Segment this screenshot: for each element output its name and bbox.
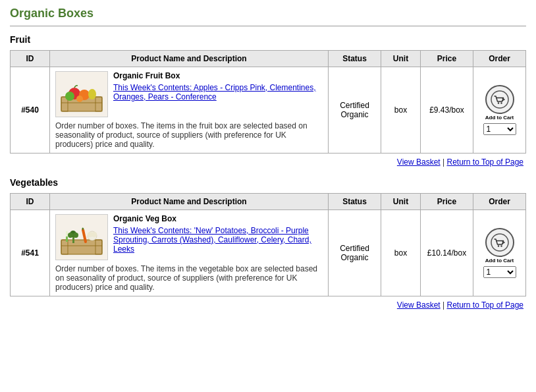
fruit-qty-select[interactable]: 1 2 3 4 5 — [483, 123, 516, 135]
table-row: #540 — [11, 67, 526, 154]
svg-point-19 — [73, 233, 78, 238]
fruit-add-to-cart-label: Add to Cart — [485, 115, 514, 121]
col-order-fruit: Order — [473, 51, 526, 67]
svg-point-27 — [500, 245, 502, 246]
fruit-return-top-link[interactable]: Return to Top of Page — [446, 157, 523, 167]
fruit-unit: box — [381, 67, 421, 154]
veg-product-name: Organic Veg Box — [113, 214, 323, 223]
col-status-veg: Status — [329, 194, 381, 210]
col-price-fruit: Price — [421, 51, 473, 67]
veg-unit: box — [381, 210, 421, 296]
fruit-product-cell: Organic Fruit Box This Week's Contents: … — [50, 67, 329, 154]
veg-row-id: #541 — [11, 210, 50, 296]
fruit-add-to-cart-button[interactable]: Add to Cart — [485, 85, 514, 121]
fruit-footer: View Basket | Return to Top of Page — [10, 157, 526, 167]
svg-point-8 — [76, 96, 83, 102]
veg-footer: View Basket | Return to Top of Page — [10, 300, 526, 310]
fruit-product-desc: Order number of boxes. The items in the … — [55, 121, 323, 149]
veg-product-image — [55, 214, 108, 260]
veg-price: £10.14/box — [421, 210, 473, 296]
page-title: Organic Boxes — [10, 7, 526, 20]
svg-point-11 — [500, 102, 502, 103]
veg-product-link[interactable]: This Week's Contents: 'New' Potatoes, Br… — [113, 226, 311, 254]
col-id-veg: ID — [11, 194, 50, 210]
fruit-row-id: #540 — [11, 67, 50, 154]
svg-point-25 — [491, 234, 508, 251]
fruit-order-cell: Add to Cart 1 2 3 4 5 — [473, 67, 526, 154]
vegetables-section-title: Vegetables — [10, 177, 526, 188]
svg-rect-16 — [72, 237, 74, 243]
svg-point-7 — [88, 89, 96, 99]
svg-point-9 — [491, 91, 508, 108]
fruit-price: £9.43/box — [421, 67, 473, 154]
veg-qty-select[interactable]: 1 2 3 4 5 — [483, 266, 516, 278]
veg-cart-svg-icon — [491, 233, 509, 252]
col-price-veg: Price — [421, 194, 473, 210]
veg-product-desc: Order number of boxes. The items in the … — [55, 264, 323, 292]
fruit-status: Certified Organic — [329, 67, 381, 154]
col-id-fruit: ID — [11, 51, 50, 67]
svg-rect-12 — [61, 240, 102, 254]
svg-rect-24 — [66, 231, 68, 237]
veg-product-inner: Organic Veg Box This Week's Contents: 'N… — [55, 214, 323, 260]
veg-table: ID Product Name and Description Status U… — [10, 193, 526, 296]
veg-return-top-link[interactable]: Return to Top of Page — [446, 300, 523, 310]
col-product-veg: Product Name and Description — [50, 194, 329, 210]
fruit-product-info: Organic Fruit Box This Week's Contents: … — [113, 71, 323, 101]
veg-cart-icon — [485, 228, 514, 257]
fruit-box-svg — [58, 74, 105, 115]
col-order-veg: Order — [473, 194, 526, 210]
fruit-product-image — [55, 71, 108, 117]
svg-point-6 — [65, 92, 74, 101]
veg-order-cell: Add to Cart 1 2 3 4 5 — [473, 210, 526, 296]
fruit-qty-wrapper: 1 2 3 4 5 — [479, 121, 520, 135]
veg-add-to-cart-label: Add to Cart — [485, 258, 514, 264]
col-unit-fruit: Unit — [381, 51, 421, 67]
title-divider — [10, 26, 526, 26]
svg-point-10 — [497, 102, 498, 103]
veg-add-to-cart-button[interactable]: Add to Cart — [485, 228, 514, 264]
veg-view-basket-link[interactable]: View Basket — [397, 300, 441, 310]
fruit-view-basket-link[interactable]: View Basket — [397, 157, 441, 167]
veg-product-cell: Organic Veg Box This Week's Contents: 'N… — [50, 210, 329, 296]
fruit-section-title: Fruit — [10, 34, 526, 45]
fruit-table: ID Product Name and Description Status U… — [10, 50, 526, 154]
svg-point-18 — [68, 233, 73, 238]
fruit-product-name: Organic Fruit Box — [113, 71, 323, 80]
fruit-cart-icon — [485, 85, 514, 114]
fruit-section: Fruit ID Product Name and Description St… — [10, 34, 526, 167]
col-product-fruit: Product Name and Description — [50, 51, 329, 67]
vegetables-section: Vegetables ID Product Name and Descripti… — [10, 177, 526, 310]
veg-product-info: Organic Veg Box This Week's Contents: 'N… — [113, 214, 323, 254]
col-unit-veg: Unit — [381, 194, 421, 210]
svg-point-26 — [497, 245, 498, 246]
veg-qty-wrapper: 1 2 3 4 5 — [479, 264, 520, 278]
fruit-product-inner: Organic Fruit Box This Week's Contents: … — [55, 71, 323, 117]
table-row: #541 — [11, 210, 526, 296]
col-status-fruit: Status — [329, 51, 381, 67]
fruit-product-link[interactable]: This Week's Contents: Apples - Cripps Pi… — [113, 83, 316, 101]
fruit-cart-svg-icon — [491, 90, 509, 109]
veg-box-svg — [58, 217, 105, 258]
svg-point-22 — [92, 232, 97, 237]
veg-status: Certified Organic — [329, 210, 381, 296]
